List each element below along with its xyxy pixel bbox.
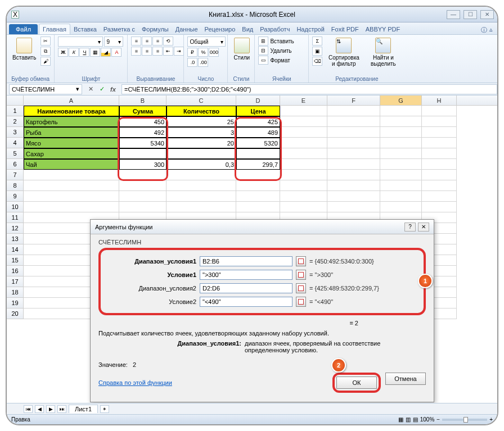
autosum-icon[interactable]: Σ <box>312 37 322 46</box>
cell[interactable] <box>119 191 166 202</box>
delete-label[interactable]: Удалить <box>270 48 291 54</box>
row-header[interactable]: 7 <box>7 170 24 180</box>
cell[interactable] <box>166 202 236 212</box>
cell[interactable] <box>422 148 457 159</box>
minimize-icon[interactable]: — <box>447 10 460 19</box>
zoom-level[interactable]: 100% <box>420 416 435 423</box>
row-header[interactable]: 15 <box>7 255 24 266</box>
cell[interactable] <box>119 202 166 212</box>
tab-abbyy[interactable]: ABBYY PDF <box>362 24 404 34</box>
cell[interactable] <box>422 170 457 180</box>
cell[interactable] <box>380 127 422 138</box>
cell[interactable] <box>24 170 119 180</box>
cell[interactable] <box>327 191 380 202</box>
row-header[interactable]: 16 <box>7 266 24 276</box>
range-picker-icon[interactable] <box>296 270 306 280</box>
sheet-nav-first-icon[interactable]: ⏮ <box>24 405 33 413</box>
cell[interactable] <box>119 180 166 191</box>
indent-inc-icon[interactable]: ⇥ <box>174 47 184 56</box>
cell[interactable] <box>166 191 236 202</box>
range-picker-icon[interactable] <box>296 297 306 307</box>
data-cell[interactable]: Чай <box>24 159 119 170</box>
cell[interactable] <box>422 106 457 116</box>
indent-dec-icon[interactable]: ⇤ <box>163 47 173 56</box>
data-cell[interactable]: 20 <box>166 138 236 148</box>
row-header[interactable]: 11 <box>7 212 24 223</box>
cell[interactable] <box>380 148 422 159</box>
comma-icon[interactable]: 000 <box>209 48 219 57</box>
row-header[interactable]: 4 <box>7 138 24 148</box>
row-header[interactable]: 9 <box>7 191 24 202</box>
arg-input[interactable]: B2:B6 <box>200 256 292 266</box>
copy-icon[interactable]: ⧉ <box>40 47 51 56</box>
maximize-icon[interactable]: ☐ <box>464 10 477 19</box>
format-label[interactable]: Формат <box>270 57 290 63</box>
header-cell[interactable]: Количество <box>166 106 236 116</box>
bold-button[interactable]: Ж <box>58 48 68 57</box>
col-header-e[interactable]: E <box>280 96 327 105</box>
col-header-a[interactable]: A <box>24 96 119 105</box>
data-cell[interactable]: 5340 <box>119 138 166 148</box>
tab-home[interactable]: Главная <box>39 24 70 34</box>
cell[interactable] <box>280 116 327 127</box>
data-cell[interactable]: Мясо <box>24 138 119 148</box>
close-icon[interactable]: ✕ <box>480 10 494 19</box>
data-cell[interactable]: 492 <box>119 127 166 138</box>
cancel-button[interactable]: Отмена <box>385 373 426 385</box>
fx-icon[interactable]: fx <box>108 84 118 94</box>
cell[interactable] <box>327 138 380 148</box>
zoom-out-icon[interactable]: − <box>436 416 440 423</box>
cell[interactable] <box>380 202 422 212</box>
row-header[interactable]: 12 <box>7 223 24 234</box>
cancel-formula-icon[interactable]: ✕ <box>86 84 96 94</box>
cell[interactable] <box>280 180 327 191</box>
cell[interactable] <box>280 170 327 180</box>
data-cell[interactable]: Картофель <box>24 116 119 127</box>
help-icon[interactable]: ⓘ <box>481 26 487 34</box>
tab-layout[interactable]: Разметка с <box>100 24 138 34</box>
data-cell[interactable]: 489 <box>236 127 280 138</box>
ribbon-min-icon[interactable]: ▵ <box>489 26 493 34</box>
cell[interactable] <box>380 170 422 180</box>
cell[interactable] <box>24 191 119 202</box>
format-cells-icon[interactable]: ▭ <box>258 56 268 65</box>
row-header[interactable]: 13 <box>7 234 24 244</box>
cell[interactable] <box>422 180 457 191</box>
border-button[interactable]: ▦ <box>90 48 100 57</box>
col-header-d[interactable]: D <box>236 96 280 105</box>
tab-formulas[interactable]: Формулы <box>138 24 172 34</box>
cell[interactable] <box>422 202 457 212</box>
align-left-icon[interactable]: ≡ <box>131 47 141 56</box>
currency-icon[interactable]: ₽ <box>187 48 197 57</box>
col-header-c[interactable]: C <box>166 96 236 105</box>
data-cell[interactable]: 0,3 <box>166 159 236 170</box>
fill-color-button[interactable]: ◢ <box>101 48 111 57</box>
insert-label[interactable]: Вставить <box>270 38 294 44</box>
cell[interactable] <box>280 138 327 148</box>
tab-file[interactable]: Файл <box>9 24 38 34</box>
data-cell[interactable]: 25 <box>166 116 236 127</box>
underline-button[interactable]: Ч <box>79 48 89 57</box>
cell[interactable] <box>24 180 119 191</box>
number-format-combo[interactable]: Общий▾ <box>187 37 226 47</box>
cell[interactable] <box>280 202 327 212</box>
arg-input[interactable]: "<490" <box>200 297 292 307</box>
data-cell[interactable] <box>236 148 280 159</box>
col-header-g[interactable]: G <box>380 96 422 105</box>
cell[interactable] <box>380 138 422 148</box>
cell[interactable] <box>280 191 327 202</box>
dialog-help-icon[interactable]: ? <box>404 223 416 232</box>
inc-decimal-icon[interactable]: .0 <box>187 58 197 67</box>
data-cell[interactable]: 299,7 <box>236 159 280 170</box>
help-link[interactable]: Справка по этой функции <box>98 379 172 386</box>
cell[interactable] <box>236 191 280 202</box>
cell[interactable] <box>380 106 422 116</box>
align-right-icon[interactable]: ≡ <box>152 47 163 56</box>
data-cell[interactable]: Сахар <box>24 148 119 159</box>
paste-button[interactable]: Вставить <box>10 37 38 62</box>
header-cell[interactable]: Наименование товара <box>24 106 119 116</box>
align-center-icon[interactable]: ≡ <box>142 47 152 56</box>
cell[interactable] <box>236 170 280 180</box>
align-bot-icon[interactable]: ≡ <box>152 37 163 46</box>
cell[interactable] <box>380 159 422 170</box>
